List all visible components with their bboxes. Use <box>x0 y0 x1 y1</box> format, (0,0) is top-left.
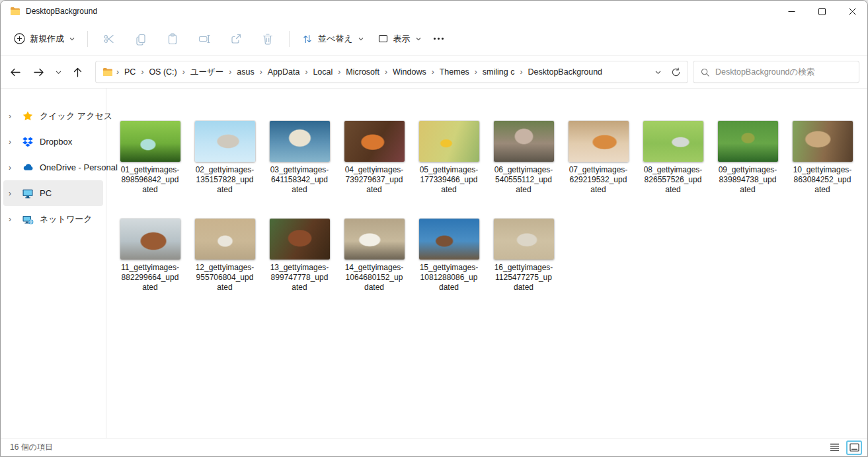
file-name: 03_gettyimages-641158342_updated <box>269 165 330 195</box>
file-name: 14_gettyimages-1064680152_updated <box>344 263 405 293</box>
file-grid: 01_gettyimages-898596842_updated 02_gett… <box>120 121 857 293</box>
file-item[interactable]: 06_gettyimages-540555112_updated <box>493 121 554 195</box>
breadcrumb-item-local[interactable]: Local <box>308 65 337 79</box>
breadcrumb-item-desktopbackground[interactable]: DesktopBackground <box>523 65 607 79</box>
file-item[interactable]: 04_gettyimages-739279637_updated <box>344 121 405 195</box>
rename-button[interactable] <box>191 27 217 51</box>
file-thumbnail <box>494 121 554 162</box>
file-item[interactable]: 07_gettyimages-629219532_updated <box>568 121 629 195</box>
file-name: 08_gettyimages-826557526_updated <box>643 165 703 195</box>
sidebar-item-pc[interactable]: › PC <box>3 180 103 206</box>
breadcrumb-item-appdata[interactable]: AppData <box>263 65 305 79</box>
breadcrumb-item-microsoft[interactable]: Microsoft <box>341 65 384 79</box>
main-area: › クイック アクセス › Dropbox › OneDrive - Perso… <box>1 88 867 438</box>
breadcrumb-item-os-c[interactable]: OS (C:) <box>144 65 181 79</box>
search-icon <box>700 67 710 77</box>
breadcrumb-item-smiling-c[interactable]: smiling c <box>478 65 520 79</box>
breadcrumb-item-windows[interactable]: Windows <box>388 65 431 79</box>
breadcrumb-item-pc[interactable]: PC <box>120 65 140 79</box>
breadcrumb-item-themes[interactable]: Themes <box>435 65 474 79</box>
file-name: 13_gettyimages-899747778_updated <box>269 263 330 293</box>
file-name: 09_gettyimages-839894738_updated <box>717 165 778 195</box>
address-bar[interactable]: › PC › OS (C:) › ユーザー › asus › AppData ›… <box>95 61 688 83</box>
file-item[interactable]: 15_gettyimages-1081288086_updated <box>418 219 479 293</box>
more-options-button[interactable] <box>428 38 449 40</box>
sort-icon <box>301 33 313 45</box>
expand-chevron-icon[interactable]: › <box>9 215 19 224</box>
breadcrumb: › PC › OS (C:) › ユーザー › asus › AppData ›… <box>116 65 652 80</box>
address-row: › PC › OS (C:) › ユーザー › asus › AppData ›… <box>1 56 867 88</box>
close-button[interactable] <box>837 1 867 22</box>
file-name: 06_gettyimages-540555112_updated <box>493 165 554 195</box>
file-thumbnail <box>718 121 778 162</box>
expand-chevron-icon[interactable]: › <box>9 112 19 121</box>
file-thumbnail <box>494 219 554 260</box>
expand-chevron-icon[interactable]: › <box>9 189 19 198</box>
copy-button[interactable] <box>128 27 154 51</box>
file-item[interactable]: 02_gettyimages-135157828_updated <box>194 121 255 195</box>
up-button[interactable] <box>67 61 89 83</box>
paste-icon <box>166 32 179 46</box>
breadcrumb-item-users[interactable]: ユーザー <box>186 65 229 80</box>
ellipsis-icon <box>434 38 436 40</box>
thumbnails-view-toggle[interactable] <box>846 440 862 455</box>
new-item-button[interactable]: 新規作成 <box>7 28 82 50</box>
file-item[interactable]: 13_gettyimages-899747778_updated <box>269 219 330 293</box>
share-icon <box>229 32 243 46</box>
chevron-down-icon <box>69 36 75 42</box>
file-thumbnail <box>270 121 330 162</box>
sidebar-item-onedrive[interactable]: › OneDrive - Personal <box>3 155 103 180</box>
new-item-label: 新規作成 <box>30 33 64 45</box>
file-item[interactable]: 03_gettyimages-641158342_updated <box>269 121 330 195</box>
sidebar-item-quick-access[interactable]: › クイック アクセス <box>3 103 103 129</box>
large-thumbnail-icon <box>849 443 859 452</box>
sidebar-item-label: PC <box>40 188 52 198</box>
cut-button[interactable] <box>96 27 122 51</box>
view-button[interactable]: 表示 <box>371 28 428 50</box>
file-item[interactable]: 11_gettyimages-882299664_updated <box>120 219 180 293</box>
monitor-icon <box>22 188 34 199</box>
breadcrumb-separator: › <box>182 67 186 77</box>
search-input[interactable] <box>715 67 852 77</box>
address-dropdown-chevron[interactable] <box>652 66 664 79</box>
file-thumbnail <box>793 121 853 162</box>
recent-locations-button[interactable] <box>51 61 65 83</box>
share-button[interactable] <box>223 27 249 51</box>
breadcrumb-separator: › <box>431 67 435 77</box>
file-item[interactable]: 01_gettyimages-898596842_updated <box>120 121 180 195</box>
paste-button[interactable] <box>159 27 186 51</box>
file-thumbnail <box>569 121 629 162</box>
copy-icon <box>134 32 147 46</box>
title-bar: DesktopBackground <box>1 1 867 22</box>
details-view-toggle[interactable] <box>826 440 842 455</box>
file-item[interactable]: 05_gettyimages-177339466_updated <box>418 121 479 195</box>
sidebar-item-dropbox[interactable]: › Dropbox <box>3 129 103 155</box>
file-item[interactable]: 09_gettyimages-839894738_updated <box>717 121 778 195</box>
minimize-button[interactable] <box>776 1 807 22</box>
sidebar-item-network[interactable]: › ネットワーク <box>3 206 103 232</box>
file-item[interactable]: 10_gettyimages-863084252_updated <box>792 121 853 195</box>
file-thumbnail <box>120 219 180 260</box>
expand-chevron-icon[interactable]: › <box>9 163 19 172</box>
breadcrumb-separator: › <box>474 67 478 77</box>
delete-button[interactable] <box>255 27 281 51</box>
sort-button[interactable]: 並べ替え <box>295 28 371 50</box>
view-label: 表示 <box>393 33 411 45</box>
file-item[interactable]: 08_gettyimages-826557526_updated <box>643 121 703 195</box>
expand-chevron-icon[interactable]: › <box>9 137 19 147</box>
back-button[interactable] <box>5 61 26 83</box>
file-explorer-window: DesktopBackground 新規作成 <box>0 0 868 457</box>
maximize-button[interactable] <box>807 1 837 22</box>
chevron-down-icon <box>358 36 364 42</box>
plus-circle-icon <box>14 33 25 44</box>
breadcrumb-item-asus[interactable]: asus <box>232 65 258 79</box>
file-list-area[interactable]: 01_gettyimages-898596842_updated 02_gett… <box>106 88 867 438</box>
file-item[interactable]: 14_gettyimages-1064680152_updated <box>344 219 405 293</box>
file-item[interactable]: 16_gettyimages-1125477275_updated <box>493 219 554 293</box>
sort-label: 並べ替え <box>318 33 353 45</box>
address-folder-icon <box>102 67 113 77</box>
file-thumbnail <box>344 219 405 260</box>
forward-button[interactable] <box>28 61 50 83</box>
refresh-button[interactable] <box>668 65 684 80</box>
file-item[interactable]: 12_gettyimages-955706804_updated <box>194 219 255 293</box>
